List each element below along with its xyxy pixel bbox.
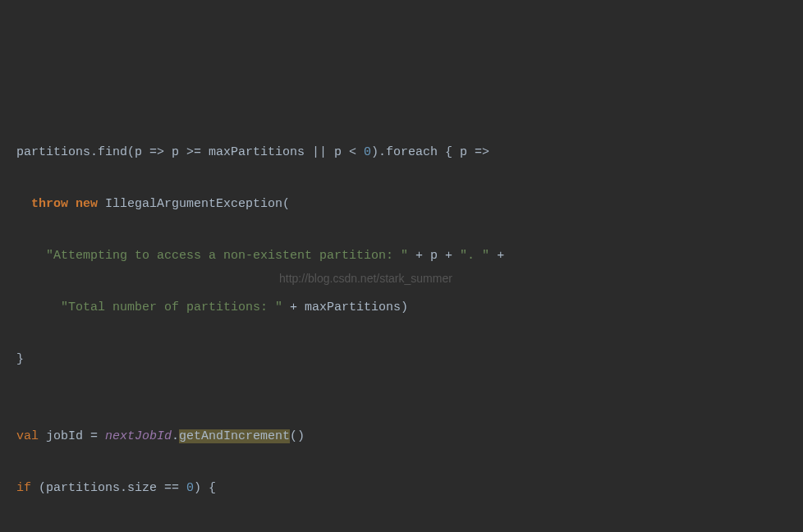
highlighted-method: getAndIncrement (179, 429, 290, 443)
code-line: val jobId = nextJobId.getAndIncrement() (16, 424, 787, 450)
code-line: throw new IllegalArgumentException( (16, 191, 787, 218)
code-editor[interactable]: partitions.find(p => p >= maxPartitions … (16, 113, 787, 532)
watermark: http://blog.csdn.net/stark_summer (279, 267, 452, 291)
code-line: return new JobWaiter[U](this, jobId, 0, … (16, 527, 787, 532)
code-line: } (16, 346, 787, 373)
code-line: "Total number of partitions: " + maxPart… (16, 295, 787, 321)
code-line: "Attempting to access a non-existent par… (16, 243, 787, 269)
code-line: if (partitions.size == 0) { (16, 475, 787, 502)
code-line: partitions.find(p => p >= maxPartitions … (16, 140, 787, 166)
